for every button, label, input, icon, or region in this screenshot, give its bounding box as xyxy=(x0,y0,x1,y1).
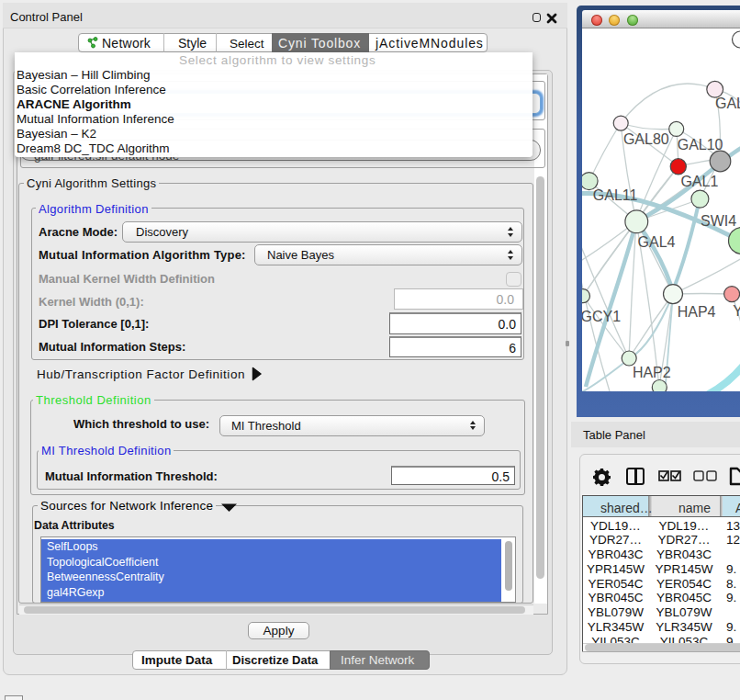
svg-text:GAL4: GAL4 xyxy=(638,234,676,250)
svg-text:GAL80: GAL80 xyxy=(623,131,669,147)
svg-text:Y: Y xyxy=(733,303,740,319)
svg-text:GAL1: GAL1 xyxy=(680,174,718,189)
svg-text:GAL11: GAL11 xyxy=(593,187,638,203)
svg-text:HAP4: HAP4 xyxy=(678,304,716,320)
svg-text:GAL10: GAL10 xyxy=(678,137,723,152)
svg-text:HAP2: HAP2 xyxy=(633,365,671,380)
svg-text:GCY1: GCY1 xyxy=(582,309,621,324)
svg-text:SWI4: SWI4 xyxy=(701,213,736,229)
svg-text:GAL2: GAL2 xyxy=(715,96,740,111)
